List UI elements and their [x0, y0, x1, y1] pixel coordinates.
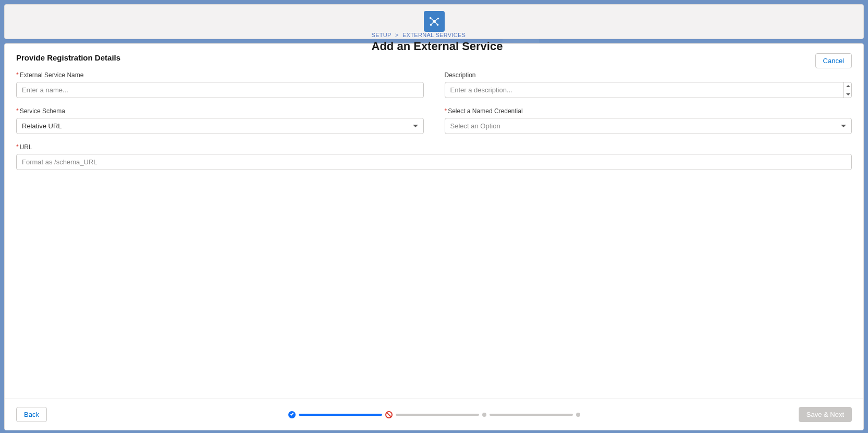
service-schema-value: Relative URL [22, 122, 62, 130]
breadcrumb: SETUP > EXTERNAL SERVICES [372, 32, 503, 38]
named-credential-placeholder: Select an Option [450, 122, 500, 130]
svg-line-7 [431, 21, 434, 25]
field-external-service-name: *External Service Name [16, 71, 424, 98]
required-asterisk: * [16, 143, 19, 151]
breadcrumb-separator: > [393, 32, 401, 38]
wizard-progress [287, 411, 582, 418]
label-url: *URL [16, 143, 852, 151]
page-title: Add an External Service [372, 40, 503, 53]
label-service-schema: *Service Schema [16, 107, 424, 115]
description-stepper-down[interactable] [844, 90, 852, 98]
svg-line-5 [430, 18, 434, 21]
save-next-button[interactable]: Save & Next [799, 407, 852, 422]
breadcrumb-level2[interactable]: EXTERNAL SERVICES [402, 32, 466, 38]
progress-bar-1 [299, 414, 382, 416]
chevron-down-icon [841, 125, 846, 127]
external-services-icon [424, 11, 445, 32]
field-service-schema: *Service Schema Relative URL [16, 107, 424, 134]
description-stepper-up[interactable] [844, 82, 852, 90]
named-credential-select[interactable]: Select an Option [445, 118, 852, 134]
section-title: Provide Registration Details [16, 53, 852, 62]
progress-bar-3 [490, 414, 573, 416]
description-input[interactable] [445, 82, 852, 98]
required-asterisk: * [16, 71, 19, 79]
progress-step-3 [482, 413, 486, 417]
form-body: Provide Registration Details *External S… [5, 44, 863, 399]
label-named-credential: *Select a Named Credential [445, 107, 852, 115]
service-schema-select[interactable]: Relative URL [16, 118, 424, 134]
chevron-up-icon [846, 85, 850, 87]
svg-line-6 [434, 19, 438, 22]
field-named-credential: *Select a Named Credential Select an Opt… [445, 107, 852, 134]
breadcrumb-level1[interactable]: SETUP [372, 32, 392, 38]
url-input[interactable] [16, 154, 852, 170]
chevron-down-icon [413, 125, 418, 127]
back-button[interactable]: Back [16, 407, 47, 422]
field-description: Description [445, 71, 852, 98]
cancel-button[interactable]: Cancel [815, 53, 852, 68]
label-description: Description [445, 71, 852, 79]
external-service-name-input[interactable] [16, 82, 424, 98]
field-url: *URL [16, 143, 852, 170]
required-asterisk: * [445, 107, 447, 115]
label-external-service-name: *External Service Name [16, 71, 424, 79]
page-header: SETUP > EXTERNAL SERVICES Add an Externa… [4, 4, 864, 39]
progress-step-4 [576, 413, 580, 417]
check-icon [290, 412, 293, 415]
chevron-down-icon [846, 93, 850, 95]
main-card: Provide Registration Details *External S… [4, 43, 864, 430]
progress-bar-2 [396, 414, 479, 416]
wizard-footer: Back Save & Next [5, 399, 863, 430]
progress-step-2-error [385, 411, 393, 418]
progress-step-1-done [288, 411, 296, 418]
description-stepper [843, 82, 852, 98]
required-asterisk: * [16, 107, 19, 115]
svg-line-8 [434, 21, 437, 25]
